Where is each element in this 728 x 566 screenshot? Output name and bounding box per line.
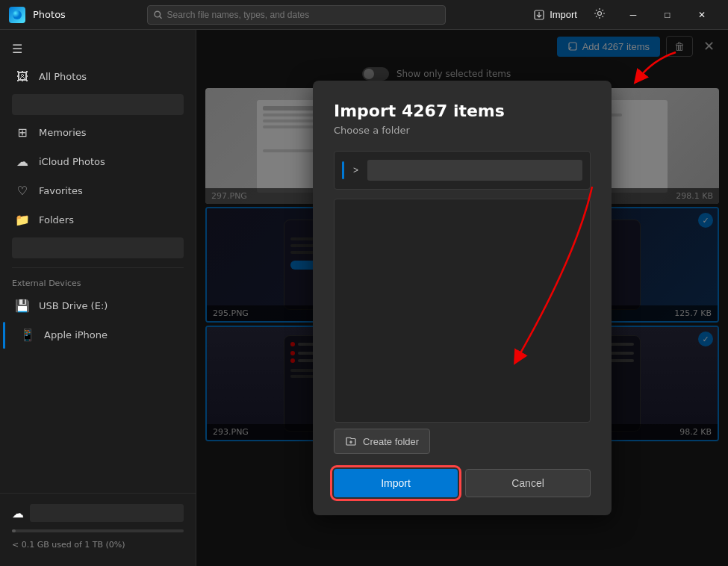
window-controls: ─ □ ✕ <box>616 3 719 27</box>
storage-track <box>12 529 184 532</box>
modal-title: Import 4267 items <box>334 102 591 120</box>
usb-drive-row[interactable]: 💾 USB Drive (E:) <box>0 291 196 320</box>
sidebar-item-folders[interactable]: 📁 Folders <box>3 205 193 234</box>
svg-point-1 <box>155 11 161 17</box>
apple-iphone-row[interactable]: 📱 Apple iPhone <box>0 320 196 349</box>
sidebar-item-icloud[interactable]: ☁ iCloud Photos <box>3 147 193 176</box>
search-bar[interactable] <box>147 5 446 25</box>
search-icon <box>154 10 162 19</box>
icloud-icon: ☁ <box>15 155 30 169</box>
modal-actions: Import Cancel <box>334 469 591 497</box>
all-photos-icon: 🖼 <box>15 69 30 84</box>
gear-icon <box>594 7 606 19</box>
cloud-bottom: ☁ <box>0 500 196 526</box>
create-folder-icon <box>345 435 357 447</box>
storage-text: < 0.1 GB used of 1 TB (0%) <box>0 535 196 554</box>
memories-icon: ⊞ <box>15 125 30 140</box>
import-button[interactable]: Import <box>527 6 583 24</box>
import-icon <box>533 9 545 21</box>
modal-import-button[interactable]: Import <box>334 469 458 497</box>
usb-icon: 💾 <box>15 299 30 313</box>
svg-line-2 <box>160 16 162 18</box>
app-title: Photos <box>33 9 66 20</box>
storage-fill <box>12 529 16 532</box>
sidebar-bottom: ☁ < 0.1 GB used of 1 TB (0%) <box>0 493 196 560</box>
import-modal: Import 4267 items Choose a folder > <box>313 81 612 515</box>
chevron-button[interactable]: > <box>350 164 361 177</box>
sidebar-divider <box>12 267 184 268</box>
settings-button[interactable] <box>589 4 610 25</box>
folder-icon: 📁 <box>15 213 30 227</box>
cloud-bottom-bar <box>30 504 184 522</box>
svg-point-4 <box>597 11 601 15</box>
heart-icon: ♡ <box>15 184 30 198</box>
search-input[interactable] <box>167 10 439 20</box>
titlebar: Photos Import ─ □ ✕ <box>0 0 728 30</box>
close-button[interactable]: ✕ <box>685 3 719 27</box>
titlebar-left: Photos <box>9 7 66 23</box>
sidebar-item-memories[interactable]: ⊞ Memories <box>3 118 193 147</box>
app-icon <box>9 7 25 23</box>
modal-overlay[interactable]: Import 4267 items Choose a folder > <box>196 30 728 566</box>
external-devices-label: External Devices <box>0 274 196 291</box>
breadcrumb-indicator <box>342 161 344 179</box>
folder-path-input[interactable] <box>367 160 582 181</box>
maximize-button[interactable]: □ <box>650 3 685 27</box>
cloud-bar <box>12 94 184 115</box>
folder-browser[interactable]: > <box>334 151 591 190</box>
sidebar-item-usb[interactable]: 💾 USB Drive (E:) <box>3 291 193 320</box>
sidebar: ☰ 🖼 All Photos ⊞ Memories ☁ iCloud Photo… <box>0 30 196 566</box>
hamburger-menu[interactable]: ☰ <box>0 36 196 62</box>
active-indicator <box>3 322 5 349</box>
sidebar-item-all-photos[interactable]: 🖼 All Photos <box>3 62 193 91</box>
folder-content-area <box>334 199 591 423</box>
sidebar-item-iphone[interactable]: 📱 Apple iPhone <box>8 320 193 349</box>
phone-icon: 📱 <box>20 328 35 342</box>
minimize-button[interactable]: ─ <box>616 3 650 27</box>
content-area: Add 4267 items 🗑 ✕ Show only selected it… <box>196 30 728 566</box>
cloud-bottom-icon: ☁ <box>12 506 24 520</box>
main-layout: ☰ 🖼 All Photos ⊞ Memories ☁ iCloud Photo… <box>0 30 728 566</box>
create-folder-button[interactable]: Create folder <box>334 429 430 454</box>
svg-point-0 <box>13 10 22 19</box>
modal-cancel-button[interactable]: Cancel <box>465 469 591 497</box>
titlebar-right: Import ─ □ ✕ <box>527 3 719 27</box>
sidebar-item-favorites[interactable]: ♡ Favorites <box>3 176 193 205</box>
folder-bar <box>12 237 184 258</box>
modal-subtitle: Choose a folder <box>334 125 591 136</box>
